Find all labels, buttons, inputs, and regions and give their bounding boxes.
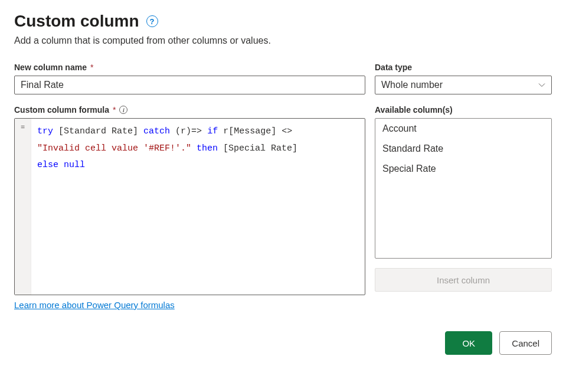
dialog-subtitle: Add a column that is computed from other… [14, 35, 552, 46]
help-icon[interactable]: ? [146, 15, 158, 27]
formula-editor[interactable]: = try [Standard Rate] catch (r)=> if r[M… [14, 118, 365, 295]
chevron-down-icon [538, 81, 545, 89]
formula-label: Custom column formula * i [14, 105, 365, 115]
required-indicator: * [90, 63, 93, 72]
ok-button[interactable]: OK [445, 331, 492, 355]
learn-more-link[interactable]: Learn more about Power Query formulas [14, 300, 175, 310]
data-type-value: Whole number [381, 80, 443, 90]
data-type-label: Data type [375, 63, 552, 72]
column-name-input[interactable] [14, 76, 365, 94]
cancel-button[interactable]: Cancel [499, 331, 552, 355]
insert-column-button[interactable]: Insert column [375, 268, 552, 292]
list-item[interactable]: Standard Rate [375, 139, 551, 159]
info-icon[interactable]: i [119, 106, 127, 114]
available-columns-label: Available column(s) [375, 105, 552, 115]
formula-code[interactable]: try [Standard Rate] catch (r)=> if r[Mes… [31, 119, 365, 295]
column-name-label: New column name * [14, 63, 365, 72]
required-indicator: * [113, 105, 116, 115]
list-item[interactable]: Account [375, 119, 551, 139]
available-columns-list[interactable]: Account Standard Rate Special Rate [375, 118, 552, 259]
list-item[interactable]: Special Rate [375, 159, 551, 179]
data-type-select[interactable]: Whole number [375, 76, 552, 94]
dialog-title: Custom column [14, 12, 139, 31]
formula-gutter: = [15, 119, 31, 295]
